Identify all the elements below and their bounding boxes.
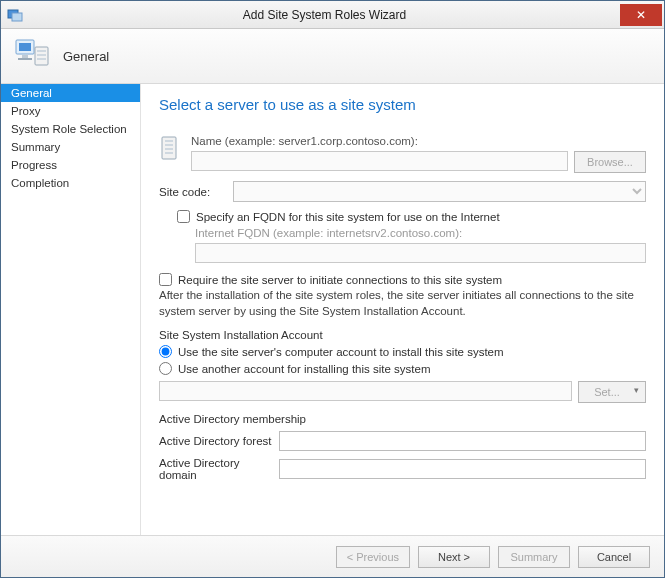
sidebar-item-label: Proxy (11, 105, 40, 117)
fqdn-checkbox-label: Specify an FQDN for this site system for… (196, 211, 500, 223)
svg-rect-8 (37, 54, 46, 56)
svg-rect-12 (165, 144, 173, 146)
fqdn-checkbox[interactable] (177, 210, 190, 223)
radio-other-account[interactable] (159, 362, 172, 375)
server-icon (13, 37, 51, 75)
sidebar-item-summary[interactable]: Summary (1, 138, 140, 156)
sidebar-item-label: System Role Selection (11, 123, 127, 135)
set-button[interactable]: Set... (578, 381, 646, 403)
site-code-select[interactable] (233, 181, 646, 202)
radio-other-label: Use another account for installing this … (178, 363, 430, 375)
require-checkbox-label: Require the site server to initiate conn… (178, 274, 502, 286)
svg-rect-7 (37, 50, 46, 52)
page-heading: Select a server to use as a site system (159, 96, 646, 113)
server-small-icon (159, 135, 183, 165)
radio-computer-label: Use the site server's computer account t… (178, 346, 504, 358)
next-button[interactable]: Next > (418, 546, 490, 568)
svg-rect-9 (37, 58, 46, 60)
svg-rect-13 (165, 148, 173, 150)
ad-heading: Active Directory membership (159, 413, 646, 425)
sidebar: General Proxy System Role Selection Summ… (1, 84, 141, 535)
previous-button[interactable]: < Previous (336, 546, 410, 568)
titlebar: Add Site System Roles Wizard ✕ (1, 1, 664, 29)
sidebar-item-label: Progress (11, 159, 57, 171)
name-label: Name (example: server1.corp.contoso.com)… (191, 135, 646, 147)
browse-button[interactable]: Browse... (574, 151, 646, 173)
svg-rect-4 (22, 55, 28, 58)
sidebar-item-label: General (11, 87, 52, 99)
sidebar-item-general[interactable]: General (1, 84, 140, 102)
close-button[interactable]: ✕ (620, 4, 662, 26)
install-account-heading: Site System Installation Account (159, 329, 646, 341)
sidebar-item-completion[interactable]: Completion (1, 174, 140, 192)
name-input[interactable] (191, 151, 568, 171)
fqdn-sublabel: Internet FQDN (example: internetsrv2.con… (195, 227, 646, 239)
ad-forest-label: Active Directory forest (159, 435, 279, 447)
content-pane: Select a server to use as a site system … (141, 84, 664, 535)
window-title: Add Site System Roles Wizard (29, 8, 620, 22)
wizard-window: Add Site System Roles Wizard ✕ General G… (0, 0, 665, 578)
close-icon: ✕ (636, 8, 646, 22)
ad-forest-input[interactable] (279, 431, 646, 451)
wizard-body: General Proxy System Role Selection Summ… (1, 84, 664, 535)
sidebar-item-label: Summary (11, 141, 60, 153)
ad-domain-label: Active Directory domain (159, 457, 279, 481)
sidebar-item-label: Completion (11, 177, 69, 189)
svg-rect-5 (18, 58, 32, 60)
sidebar-item-proxy[interactable]: Proxy (1, 102, 140, 120)
ad-domain-input[interactable] (279, 459, 646, 479)
header-band: General (1, 29, 664, 84)
require-note: After the installation of the site syste… (159, 288, 646, 319)
fqdn-input (195, 243, 646, 263)
header-label: General (63, 49, 109, 64)
require-checkbox[interactable] (159, 273, 172, 286)
footer-bar: < Previous Next > Summary Cancel (1, 535, 664, 577)
svg-rect-11 (165, 140, 173, 142)
site-code-label: Site code: (159, 186, 225, 198)
sidebar-item-progress[interactable]: Progress (1, 156, 140, 174)
app-icon (7, 7, 23, 23)
radio-computer-account[interactable] (159, 345, 172, 358)
summary-button[interactable]: Summary (498, 546, 570, 568)
sidebar-item-system-role-selection[interactable]: System Role Selection (1, 120, 140, 138)
svg-rect-3 (19, 43, 31, 51)
svg-rect-1 (12, 13, 22, 21)
account-input (159, 381, 572, 401)
svg-rect-14 (165, 152, 173, 154)
cancel-button[interactable]: Cancel (578, 546, 650, 568)
